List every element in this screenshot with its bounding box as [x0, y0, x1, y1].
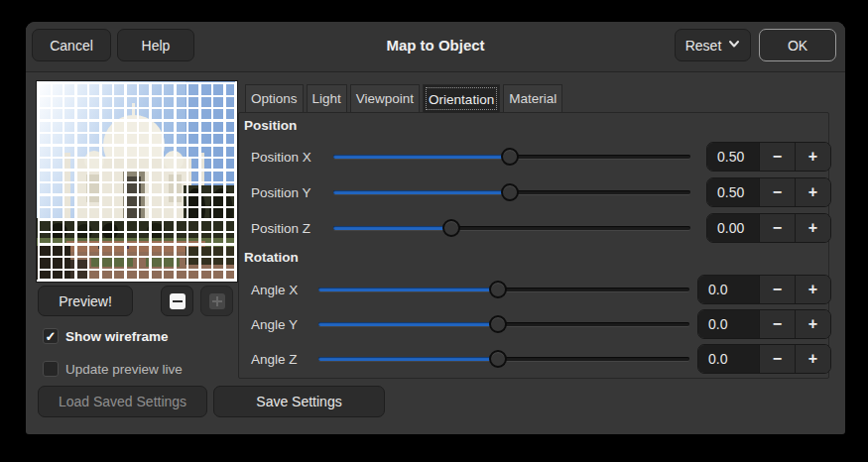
minus-button[interactable]: − [759, 276, 795, 303]
slider-thumb[interactable] [501, 148, 519, 166]
zoom-out-icon [170, 293, 186, 309]
slider-thumb[interactable] [489, 315, 507, 333]
angle-x-row: Angle X 0.0 − + [251, 275, 831, 304]
tab-light[interactable]: Light [307, 84, 347, 112]
position-y-spinbutton: 0.50 − + [706, 177, 831, 207]
update-preview-row[interactable]: ✓ Update preview live [43, 360, 183, 378]
dialog-header: Cancel Help Map to Object Reset OK [26, 22, 845, 72]
save-settings-button[interactable]: Save Settings [213, 386, 385, 417]
tab-material[interactable]: Material [503, 84, 562, 112]
tab-viewpoint[interactable]: Viewpoint [350, 84, 420, 112]
chevron-down-icon [728, 36, 740, 52]
plus-button[interactable]: + [795, 276, 830, 303]
update-preview-label: Update preview live [65, 362, 183, 377]
rotation-heading: Rotation [244, 250, 299, 265]
position-x-row: Position X 0.50 − + [251, 142, 831, 172]
position-x-slider[interactable] [333, 146, 690, 168]
plus-button[interactable]: + [795, 345, 830, 373]
minus-button[interactable]: − [759, 214, 795, 242]
angle-y-row: Angle Y 0.0 − + [251, 309, 831, 339]
ok-button[interactable]: OK [759, 29, 836, 61]
check-icon: ✓ [46, 330, 57, 343]
slider-thumb[interactable] [489, 281, 507, 298]
position-x-label: Position X [251, 150, 333, 165]
map-to-object-dialog: Cancel Help Map to Object Reset OK [26, 22, 845, 434]
reset-button[interactable]: Reset [675, 29, 751, 61]
reset-button-label: Reset [685, 38, 722, 54]
position-y-row: Position Y 0.50 − + [251, 177, 831, 207]
angle-z-row: Angle Z 0.0 − + [251, 344, 831, 374]
preview-area[interactable] [36, 80, 238, 283]
load-saved-settings-button[interactable]: Load Saved Settings [38, 386, 207, 417]
position-z-label: Position Z [251, 221, 333, 236]
update-preview-checkbox[interactable]: ✓ [43, 361, 59, 377]
angle-z-label: Angle Z [251, 352, 318, 367]
position-y-value[interactable]: 0.50 [707, 178, 759, 206]
position-heading: Position [244, 118, 297, 133]
plus-button[interactable]: + [795, 143, 830, 171]
angle-x-label: Angle X [251, 283, 318, 297]
minus-button[interactable]: − [759, 310, 795, 338]
show-wireframe-label: Show wireframe [65, 329, 169, 344]
angle-y-slider[interactable] [318, 313, 689, 335]
angle-z-slider[interactable] [318, 348, 689, 370]
minus-button[interactable]: − [759, 345, 795, 373]
position-z-row: Position Z 0.00 − + [251, 213, 831, 243]
position-y-label: Position Y [251, 185, 333, 200]
notebook-tabs: Options Light Viewpoint Orientation Mate… [245, 84, 562, 113]
angle-y-value[interactable]: 0.0 [698, 310, 759, 338]
zoom-in-icon [209, 293, 225, 309]
angle-z-spinbutton: 0.0 − + [697, 344, 831, 374]
plus-button[interactable]: + [795, 178, 830, 206]
show-wireframe-row[interactable]: ✓ Show wireframe [43, 327, 169, 345]
plus-button[interactable]: + [795, 214, 830, 242]
preview-button[interactable]: Preview! [38, 286, 133, 316]
angle-x-spinbutton: 0.0 − + [697, 275, 831, 304]
position-x-spinbutton: 0.50 − + [706, 142, 831, 172]
angle-z-value[interactable]: 0.0 [698, 345, 759, 373]
angle-x-value[interactable]: 0.0 [698, 276, 759, 303]
show-wireframe-checkbox[interactable]: ✓ [43, 328, 59, 344]
position-x-value[interactable]: 0.50 [707, 143, 759, 171]
slider-thumb[interactable] [501, 183, 519, 201]
angle-y-spinbutton: 0.0 − + [697, 309, 831, 339]
plus-button[interactable]: + [795, 310, 830, 338]
zoom-in-button [200, 286, 233, 316]
position-z-spinbutton: 0.00 − + [706, 213, 831, 243]
minus-button[interactable]: − [759, 143, 795, 171]
angle-x-slider[interactable] [318, 279, 689, 300]
slider-thumb[interactable] [442, 219, 460, 237]
angle-y-label: Angle Y [251, 317, 318, 332]
minus-button[interactable]: − [759, 178, 795, 206]
position-y-slider[interactable] [333, 181, 690, 203]
position-z-value[interactable]: 0.00 [707, 214, 759, 242]
slider-thumb[interactable] [489, 350, 507, 368]
tab-options[interactable]: Options [245, 84, 304, 112]
zoom-out-button[interactable] [161, 286, 193, 316]
tab-orientation[interactable]: Orientation [423, 84, 500, 113]
wireframe-grid-overlay [38, 82, 236, 281]
position-z-slider[interactable] [333, 217, 690, 239]
